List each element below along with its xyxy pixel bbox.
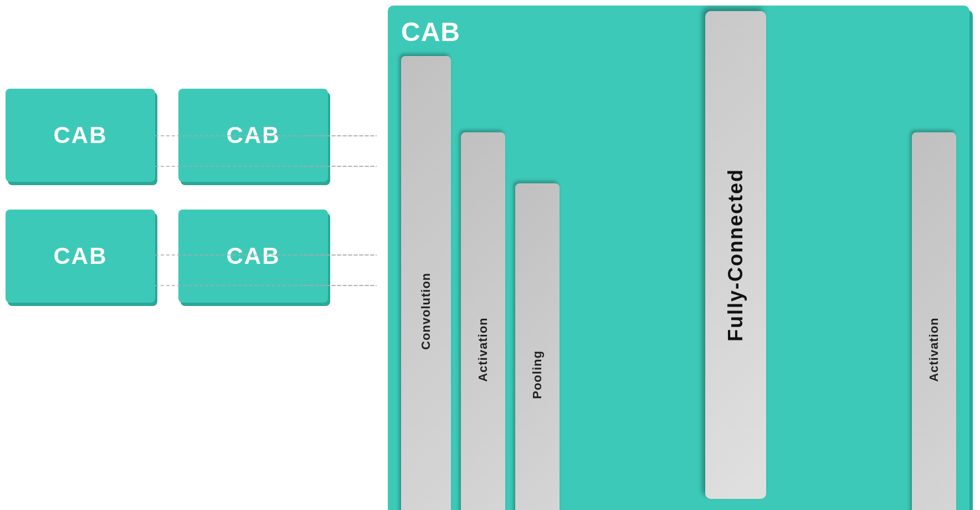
block-pooling-top: Pooling bbox=[515, 183, 560, 510]
cab-box-top-left: CAB bbox=[6, 89, 155, 182]
block-pooling-top-label: Pooling bbox=[530, 351, 545, 400]
cab-label-top-left: CAB bbox=[54, 122, 107, 149]
block-convolution-top: Convolution bbox=[401, 56, 451, 510]
left-cab-grid: CAB CAB CAB CAB bbox=[0, 89, 328, 303]
cab-label-top-right: CAB bbox=[227, 122, 280, 149]
block-activation-top: Activation bbox=[461, 132, 505, 510]
fully-connected-label: Fully-Connected bbox=[724, 169, 747, 341]
cab-panel-top: CAB Convolution Activation Pooling Activ… bbox=[388, 6, 969, 510]
cab-label-bottom-left: CAB bbox=[54, 243, 107, 269]
block-activation-top-label: Activation bbox=[476, 317, 490, 381]
cab-box-top-right: CAB bbox=[178, 89, 328, 182]
cab-label-bottom-right: CAB bbox=[227, 243, 280, 269]
block-convolution-top-label: Convolution bbox=[419, 273, 433, 350]
cab-box-bottom-right: CAB bbox=[178, 210, 328, 303]
block-activation2-top-label: Activation bbox=[927, 317, 941, 381]
fully-connected-block: Fully-Connected bbox=[705, 11, 766, 499]
cab-panel-top-title: CAB bbox=[401, 17, 956, 47]
block-activation2-top: Activation bbox=[912, 132, 956, 510]
fully-connected-wrapper: Fully-Connected bbox=[702, 11, 769, 499]
cab-box-bottom-left: CAB bbox=[6, 210, 155, 303]
right-panels-area: CAB Convolution Activation Pooling Activ… bbox=[388, 6, 969, 504]
panel-top-blocks: Convolution Activation Pooling Activatio… bbox=[401, 56, 956, 510]
